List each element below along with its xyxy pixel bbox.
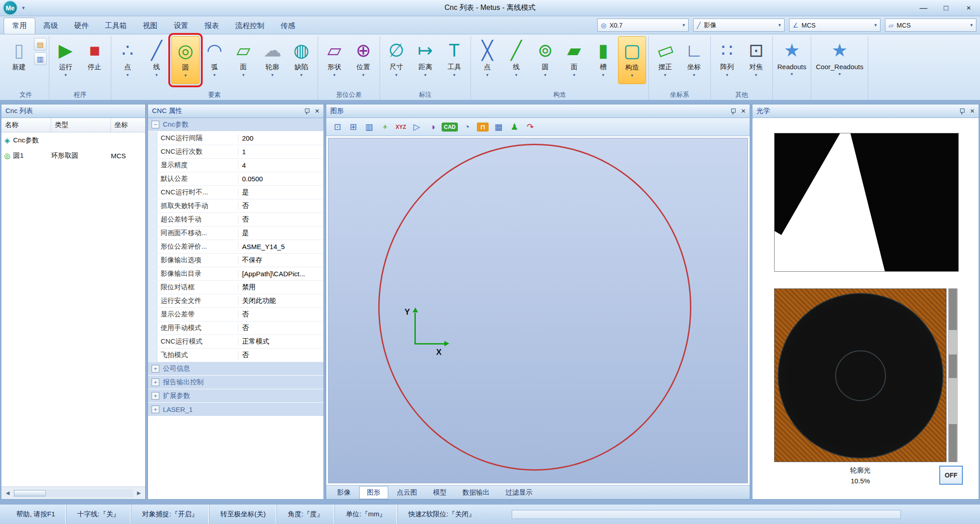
chevron-down-icon[interactable]: ▾ xyxy=(874,22,877,28)
chevron-down-icon[interactable]: ▾ xyxy=(778,22,781,28)
property-row[interactable]: 运行安全文件 关闭此功能 xyxy=(148,294,323,308)
chevron-down-icon[interactable]: ▾ xyxy=(970,22,973,28)
chevron-down-icon[interactable]: ▾ xyxy=(395,72,397,77)
property-group[interactable]: + 扩展参数 xyxy=(148,389,323,403)
status-z-soft-limit[interactable]: 快速Z软限位:『关闭』 xyxy=(397,505,486,524)
property-value[interactable]: 正常模式 xyxy=(238,337,323,346)
slider-handle[interactable] xyxy=(949,354,957,378)
dimension-button[interactable]: 尺寸 ▾ xyxy=(382,36,410,84)
chevron-down-icon[interactable]: ▾ xyxy=(213,72,215,77)
column-header[interactable]: 类型 xyxy=(51,118,111,132)
slider-handle[interactable] xyxy=(949,288,957,330)
scrollbar-track[interactable] xyxy=(13,489,133,497)
coordinate-system-combo-1[interactable]: MCS ▾ xyxy=(789,19,880,32)
chevron-down-icon[interactable]: ▾ xyxy=(573,72,575,77)
property-row[interactable]: 限位对话框 禁用 xyxy=(148,281,323,294)
stop-button[interactable]: 停止 xyxy=(81,36,109,84)
slider-handle[interactable] xyxy=(949,424,957,462)
property-value[interactable]: ASME_Y14_5 xyxy=(238,243,323,250)
chevron-down-icon[interactable]: ▾ xyxy=(486,72,488,77)
report-view-icon[interactable] xyxy=(362,120,376,134)
save-button[interactable] xyxy=(34,38,47,51)
status-angle-unit[interactable]: 角度:『度』 xyxy=(276,505,334,524)
team-icon[interactable] xyxy=(508,120,521,134)
chevron-down-icon[interactable]: ▾ xyxy=(126,72,128,77)
zoom-window-icon[interactable] xyxy=(331,120,344,134)
chevron-down-icon[interactable]: ▾ xyxy=(515,72,517,77)
property-row[interactable]: 默认公差 0.0500 xyxy=(148,172,323,186)
expand-icon[interactable]: + xyxy=(152,406,159,413)
status-polar-coordinates[interactable]: 转至极坐标(关) xyxy=(209,505,276,524)
annotation-tools-button[interactable]: 工具 ▾ xyxy=(440,36,468,84)
property-group[interactable]: + 报告输出控制 xyxy=(148,376,323,389)
chevron-down-icon[interactable]: ▾ xyxy=(693,72,695,77)
new-button[interactable]: 新建 xyxy=(5,36,33,84)
chevron-down-icon[interactable]: ▾ xyxy=(271,72,273,77)
xyz-readout-icon[interactable] xyxy=(394,120,408,134)
property-value[interactable]: 是 xyxy=(238,229,323,237)
property-group[interactable]: + LASER_1 xyxy=(148,403,323,416)
property-value[interactable]: 200 xyxy=(238,134,323,142)
property-row[interactable]: CNC运行间隔 200 xyxy=(148,132,323,145)
construct-line-button[interactable]: 线 ▾ xyxy=(502,36,530,84)
zoom-fit-icon[interactable] xyxy=(347,120,360,134)
column-header[interactable]: 坐标 xyxy=(111,118,145,132)
coor-readouts-button[interactable]: Coor_Readouts ▾ xyxy=(813,36,866,84)
expand-icon[interactable]: + xyxy=(152,378,159,386)
expand-icon[interactable]: + xyxy=(152,392,159,400)
property-value[interactable]: 禁用 xyxy=(238,283,323,292)
property-row[interactable]: 显示精度 4 xyxy=(148,159,323,172)
tab-sensor[interactable]: 传感 xyxy=(272,18,303,34)
light-intensity-slider[interactable] xyxy=(948,288,958,462)
tab-settings[interactable]: 设置 xyxy=(166,18,196,34)
construct-plane-button[interactable]: 面 ▾ xyxy=(560,36,588,84)
property-value[interactable]: 是 xyxy=(238,188,323,197)
feature-line-button[interactable]: 线 ▾ xyxy=(143,36,171,84)
status-help[interactable]: 帮助, 请按F1 xyxy=(5,505,66,524)
chevron-down-icon[interactable]: ▾ xyxy=(300,72,302,77)
chevron-down-icon[interactable]: ▾ xyxy=(453,72,455,77)
property-row[interactable]: 影像输出选项 不保存 xyxy=(148,254,323,267)
construct-button[interactable]: 构造 ▾ xyxy=(618,36,646,84)
app-logo[interactable]: Me xyxy=(3,0,18,15)
property-row[interactable]: 超公差转手动 否 xyxy=(148,213,323,227)
chevron-down-icon[interactable]: ▾ xyxy=(184,73,186,78)
magnification-combo[interactable]: X0.7 ▾ xyxy=(597,19,689,32)
close-icon[interactable]: × xyxy=(315,108,319,115)
tab-advanced[interactable]: 高级 xyxy=(35,18,66,34)
list-item-circle1[interactable]: 圆1 环形取圆 MCS xyxy=(1,148,145,163)
feature-plane-button[interactable]: 面 ▾ xyxy=(229,36,257,84)
property-value[interactable]: 否 xyxy=(238,324,323,332)
property-row[interactable]: CNC运行时不... 是 xyxy=(148,186,323,199)
property-row[interactable]: CNC运行模式 正常模式 xyxy=(148,335,323,349)
add-feature-icon[interactable] xyxy=(378,120,392,134)
property-value[interactable]: 1 xyxy=(238,148,323,156)
tab-home[interactable]: 常用 xyxy=(4,18,35,34)
property-row[interactable]: 形位公差评价... ASME_Y14_5 xyxy=(148,240,323,254)
chevron-down-icon[interactable]: ▾ xyxy=(755,72,757,77)
quick-access-arrow-icon[interactable]: ▾ xyxy=(22,5,25,11)
view-tab-data-output[interactable]: 数据输出 xyxy=(455,486,497,499)
graphics-canvas[interactable]: Y X xyxy=(328,138,748,483)
feature-arc-button[interactable]: 弧 ▾ xyxy=(200,36,228,84)
view-tab-image[interactable]: 影像 xyxy=(330,486,358,499)
close-icon[interactable]: × xyxy=(970,108,975,115)
pin-icon[interactable] xyxy=(729,108,737,115)
property-value[interactable]: 否 xyxy=(238,351,323,359)
horizontal-scrollbar[interactable]: ◀ ▶ xyxy=(1,486,145,499)
distance-button[interactable]: 距离 ▾ xyxy=(411,36,439,84)
feature-point-button[interactable]: 点 ▾ xyxy=(114,36,142,84)
column-header[interactable]: 名称 xyxy=(1,118,51,132)
tab-flow-control[interactable]: 流程控制 xyxy=(227,18,272,34)
minimize-button[interactable]: — xyxy=(912,1,935,15)
construct-point-button[interactable]: 点 ▾ xyxy=(473,36,501,84)
focus-button[interactable]: 对焦 ▾ xyxy=(742,36,770,84)
property-group-cnc-params[interactable]: − Cnc参数 xyxy=(148,118,323,132)
collapse-icon[interactable]: − xyxy=(152,121,159,128)
construct-slot-button[interactable]: 槽 ▾ xyxy=(589,36,617,84)
tab-report[interactable]: 报表 xyxy=(196,18,227,34)
light-off-button[interactable]: OFF xyxy=(939,466,963,485)
chevron-down-icon[interactable]: ▾ xyxy=(362,72,364,77)
status-length-unit[interactable]: 单位:『mm』 xyxy=(334,505,397,524)
feature-defect-button[interactable]: 缺陷 ▾ xyxy=(287,36,315,84)
